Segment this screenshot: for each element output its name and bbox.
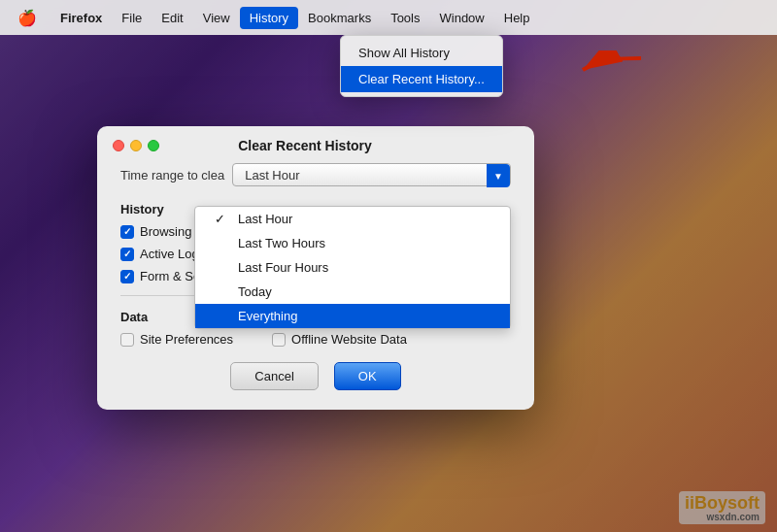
time-range-select[interactable]: Last Hour ▼ bbox=[232, 163, 511, 186]
menubar-history[interactable]: History bbox=[240, 7, 298, 29]
site-prefs-checkbox-item: Site Preferences bbox=[120, 332, 233, 347]
browsing-checkbox[interactable] bbox=[120, 225, 134, 239]
history-dropdown: Show All History Clear Recent History... bbox=[340, 35, 503, 97]
time-range-label: Time range to clea bbox=[120, 168, 224, 183]
menubar-bookmarks[interactable]: Bookmarks bbox=[298, 7, 381, 29]
option-today[interactable]: Today bbox=[195, 280, 510, 304]
time-range-dropdown: ✓ Last Hour Last Two Hours Last Four Hou… bbox=[194, 206, 511, 329]
option-last-two-hours[interactable]: Last Two Hours bbox=[195, 231, 510, 255]
menubar-firefox[interactable]: Firefox bbox=[51, 7, 112, 29]
menubar-window[interactable]: Window bbox=[430, 7, 494, 29]
dialog-titlebar: Clear Recent History bbox=[97, 126, 534, 163]
active-logins-checkbox[interactable] bbox=[120, 248, 134, 261]
form-search-checkbox[interactable] bbox=[120, 270, 134, 283]
apple-menu[interactable]: 🍎 bbox=[8, 5, 47, 31]
menubar-tools[interactable]: Tools bbox=[381, 7, 429, 29]
show-all-history-item[interactable]: Show All History bbox=[341, 40, 502, 66]
cancel-button[interactable]: Cancel bbox=[230, 362, 318, 390]
ok-button[interactable]: OK bbox=[334, 362, 401, 390]
empty-check bbox=[215, 284, 230, 299]
menubar-edit[interactable]: Edit bbox=[152, 7, 192, 29]
menubar-help[interactable]: Help bbox=[494, 7, 540, 29]
select-dropdown-arrow: ▼ bbox=[487, 164, 510, 187]
menubar-file[interactable]: File bbox=[112, 7, 152, 29]
time-range-row: Time range to clea Last Hour ▼ ✓ Last Ho… bbox=[120, 163, 511, 186]
option-last-hour[interactable]: ✓ Last Hour bbox=[195, 207, 510, 231]
dialog-title: Clear Recent History bbox=[91, 138, 519, 153]
offline-data-label: Offline Website Data bbox=[291, 332, 407, 347]
red-arrow bbox=[573, 50, 651, 89]
empty-check bbox=[215, 236, 230, 250]
clear-recent-history-item[interactable]: Clear Recent History... bbox=[341, 66, 502, 92]
data-checkboxes-row: Site Preferences Offline Website Data bbox=[120, 332, 511, 347]
offline-data-checkbox[interactable] bbox=[272, 333, 286, 347]
clear-history-dialog: Clear Recent History Time range to clea … bbox=[97, 126, 534, 410]
menubar-view[interactable]: View bbox=[193, 7, 240, 29]
empty-check bbox=[215, 260, 230, 275]
dialog-body: Time range to clea Last Hour ▼ ✓ Last Ho… bbox=[97, 163, 534, 390]
option-last-four-hours[interactable]: Last Four Hours bbox=[195, 255, 510, 280]
empty-check bbox=[215, 309, 230, 323]
button-row: Cancel OK bbox=[120, 362, 511, 390]
site-prefs-label: Site Preferences bbox=[140, 332, 233, 347]
offline-data-checkbox-item: Offline Website Data bbox=[272, 332, 407, 347]
site-prefs-checkbox[interactable] bbox=[120, 333, 134, 347]
menubar: 🍎 Firefox File Edit View History Bookmar… bbox=[0, 0, 777, 35]
option-everything[interactable]: Everything bbox=[195, 304, 510, 328]
checkmark-icon: ✓ bbox=[215, 212, 230, 226]
